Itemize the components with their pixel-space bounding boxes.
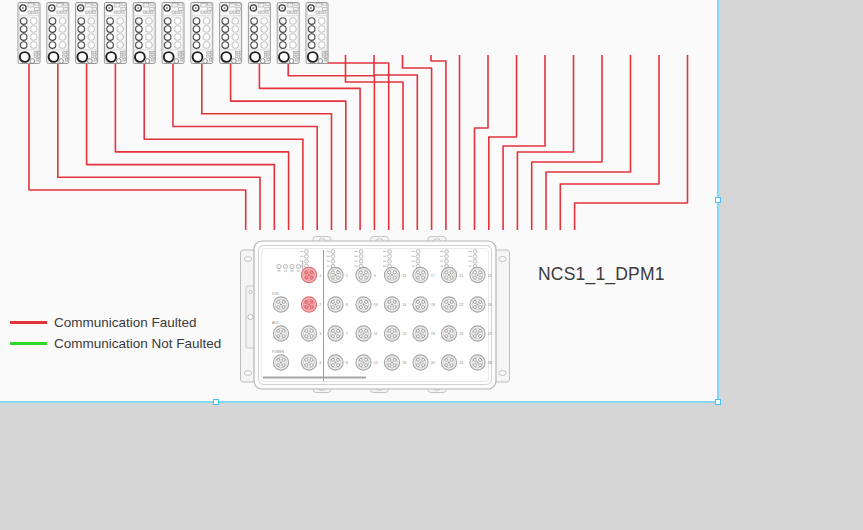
port[interactable] — [301, 326, 316, 341]
wire-communication-faulted[interactable] — [431, 55, 446, 230]
port-led — [388, 255, 392, 259]
port[interactable] — [384, 267, 399, 282]
port[interactable] — [356, 297, 371, 312]
remote-port — [261, 18, 268, 25]
mounting-hole — [499, 257, 506, 262]
remote-device-module[interactable] — [18, 3, 40, 64]
port[interactable] — [413, 355, 428, 370]
remote-port — [107, 18, 114, 25]
port[interactable] — [470, 326, 485, 341]
remote-port — [318, 34, 325, 41]
port[interactable] — [470, 267, 485, 282]
svg-text:10: 10 — [374, 303, 378, 307]
port-led — [305, 250, 309, 254]
remote-device-module[interactable] — [76, 3, 98, 64]
remote-port — [290, 18, 297, 25]
port[interactable] — [441, 267, 456, 282]
remote-port — [88, 34, 95, 41]
remote-device-module[interactable] — [47, 3, 69, 64]
port-led — [331, 259, 335, 263]
remote-port — [136, 26, 143, 33]
svg-text:X1N: X1N — [272, 292, 279, 296]
svg-text:12: 12 — [374, 361, 378, 365]
port-led — [359, 259, 363, 263]
port[interactable] — [356, 355, 371, 370]
port[interactable] — [441, 297, 456, 312]
remote-port — [193, 42, 200, 49]
remote-device-module[interactable] — [133, 3, 155, 64]
remote-port — [30, 42, 37, 49]
svg-text:22: 22 — [459, 303, 463, 307]
wire-communication-faulted[interactable] — [202, 58, 332, 230]
wire-communication-faulted[interactable] — [144, 58, 303, 230]
remote-device-module[interactable] — [277, 3, 299, 64]
port[interactable] — [470, 297, 485, 312]
remote-port — [318, 42, 325, 49]
port[interactable] — [328, 297, 343, 312]
remote-device-module[interactable] — [104, 3, 126, 64]
remote-port — [251, 26, 258, 33]
remote-device-module[interactable] — [248, 3, 270, 64]
remote-port — [280, 42, 287, 49]
port[interactable] — [356, 267, 371, 282]
port[interactable] — [441, 355, 456, 370]
port[interactable] — [413, 267, 428, 282]
port-led — [305, 255, 309, 259]
port[interactable] — [328, 267, 343, 282]
port[interactable] — [384, 297, 399, 312]
selection-handle[interactable] — [715, 197, 721, 203]
port-faulted[interactable] — [301, 267, 316, 282]
port-faulted[interactable] — [301, 297, 316, 312]
wire-communication-faulted[interactable] — [29, 58, 246, 230]
port[interactable] — [328, 355, 343, 370]
remote-port — [136, 34, 143, 41]
remote-port — [136, 18, 143, 25]
side-port[interactable] — [273, 326, 288, 341]
remote-port — [290, 26, 297, 33]
remote-port — [78, 34, 85, 41]
side-port[interactable] — [273, 355, 288, 370]
remote-device-module[interactable] — [220, 3, 242, 64]
wire-communication-faulted[interactable] — [317, 58, 389, 230]
port[interactable] — [413, 297, 428, 312]
side-port[interactable] — [273, 297, 288, 312]
remote-bus-port — [279, 52, 289, 62]
remote-device-module[interactable] — [191, 3, 213, 64]
remote-device-module[interactable] — [306, 3, 328, 64]
port[interactable] — [384, 326, 399, 341]
svg-text:23: 23 — [459, 332, 463, 336]
port[interactable] — [356, 326, 371, 341]
main-device-label[interactable]: NCS1_1_DPM1 — [538, 264, 665, 285]
legend-label-faulted: Communication Faulted — [54, 315, 197, 330]
port[interactable] — [384, 355, 399, 370]
port[interactable] — [441, 326, 456, 341]
port[interactable] — [413, 326, 428, 341]
remote-port — [146, 18, 153, 25]
port[interactable] — [328, 326, 343, 341]
remote-device-module[interactable] — [162, 3, 184, 64]
remote-port — [146, 34, 153, 41]
remote-port — [30, 26, 37, 33]
port-led — [445, 255, 449, 259]
main-device[interactable]: X1NAUXPOWER12345678910111213141516171819… — [241, 237, 510, 393]
remote-port — [88, 18, 95, 25]
legend-label-not-faulted: Communication Not Faulted — [54, 336, 221, 351]
remote-port — [222, 42, 229, 49]
remote-port — [232, 18, 239, 25]
wire-communication-faulted[interactable] — [503, 55, 545, 230]
selection-handle[interactable] — [213, 399, 219, 405]
remote-port — [78, 18, 85, 25]
selection-handle[interactable] — [715, 399, 721, 405]
remote-port — [164, 34, 171, 41]
remote-port — [261, 34, 268, 41]
port[interactable] — [301, 355, 316, 370]
port[interactable] — [470, 355, 485, 370]
svg-text:16: 16 — [402, 361, 406, 365]
mounting-hole — [244, 257, 251, 262]
remote-port — [49, 42, 56, 49]
remote-port — [222, 18, 229, 25]
wire-communication-faulted[interactable] — [475, 55, 489, 230]
status-led — [296, 264, 300, 268]
legend-row-not-faulted: Communication Not Faulted — [10, 333, 221, 354]
wire-communication-faulted[interactable] — [58, 58, 260, 230]
